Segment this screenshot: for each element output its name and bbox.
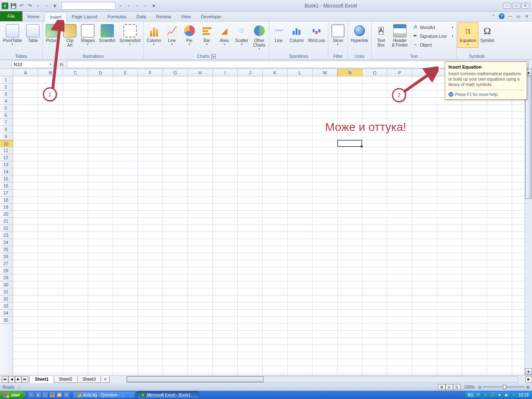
sheet-nav-last[interactable]: ⏭ [22, 376, 28, 383]
shapes-button[interactable]: Shapes [79, 22, 97, 48]
tab-home[interactable]: Home [22, 12, 44, 21]
equation-button[interactable]: πEquation [458, 22, 478, 48]
doc-minimize-icon[interactable]: ─ [507, 13, 513, 19]
row-header[interactable]: 7 [0, 119, 13, 126]
hscroll-thumb[interactable] [127, 377, 264, 382]
tray-icon[interactable]: ◐ [504, 392, 509, 397]
row-header[interactable]: 29 [0, 274, 13, 281]
row-header[interactable]: 28 [0, 267, 13, 274]
column-header[interactable]: N [337, 69, 362, 76]
row-header[interactable]: 25 [0, 246, 13, 253]
qat-item-icon[interactable]: ▫ [43, 2, 50, 9]
sheet-nav-first[interactable]: ⏮ [2, 376, 8, 383]
column-chart-button[interactable]: Column [145, 22, 163, 48]
tray-icon[interactable]: ▫ [511, 392, 516, 397]
qat-item-icon[interactable]: ▫ [35, 2, 42, 9]
minimize-button[interactable]: ─ [503, 3, 511, 9]
row-header[interactable]: 8 [0, 126, 13, 133]
row-header[interactable]: 14 [0, 168, 13, 175]
ql-icon[interactable]: ▫ [42, 392, 48, 398]
textbox-button[interactable]: AText Box [372, 22, 390, 49]
zoom-in-button[interactable]: ⊕ [526, 385, 530, 389]
row-header[interactable]: 15 [0, 175, 13, 182]
tab-review[interactable]: Review [151, 12, 176, 21]
tab-data[interactable]: Data [131, 12, 151, 21]
sparkline-column-button[interactable]: Column [288, 22, 306, 44]
undo-icon[interactable]: ↶ [18, 2, 25, 9]
row-header[interactable]: 22 [0, 225, 13, 232]
row-header[interactable]: 34 [0, 310, 13, 317]
tray-icon[interactable]: 🔊 [490, 392, 495, 397]
smartart-button[interactable]: SmartArt [97, 22, 117, 44]
scatter-chart-button[interactable]: ⁘Scatter [233, 22, 251, 48]
column-header[interactable]: C [63, 69, 88, 76]
column-header[interactable]: K [263, 69, 288, 76]
save-icon[interactable]: 💾 [10, 2, 17, 9]
macro-record-icon[interactable]: ▫ [19, 385, 20, 389]
row-header[interactable]: 17 [0, 190, 13, 197]
zoom-level[interactable]: 100% [464, 385, 475, 389]
column-header[interactable]: A [13, 69, 38, 76]
row-header[interactable]: 3 [0, 91, 13, 98]
sheet-nav-next[interactable]: ▶ [15, 376, 22, 383]
sheet-nav-prev[interactable]: ◀ [8, 376, 15, 383]
zoom-out-button[interactable]: ⊖ [478, 385, 481, 389]
qat-item-icon[interactable]: ▫ [134, 2, 140, 9]
column-header[interactable]: O [362, 69, 387, 76]
wordart-button[interactable]: AWordArt▾ [410, 23, 456, 32]
ql-more-icon[interactable]: » [64, 392, 69, 398]
headerfooter-button[interactable]: Header & Footer [390, 22, 410, 49]
row-header[interactable]: 33 [0, 303, 13, 310]
qat-dropdown-icon[interactable]: ▾ [150, 2, 157, 9]
column-header[interactable]: E [113, 69, 138, 76]
column-header[interactable]: J [238, 69, 263, 76]
row-header[interactable]: 10 [0, 140, 13, 147]
row-header[interactable]: 26 [0, 253, 13, 260]
row-header[interactable]: 12 [0, 154, 13, 161]
pagelayout-view-button[interactable]: ▤ [446, 384, 453, 390]
new-sheet-button[interactable]: ✧ [101, 376, 110, 383]
clock[interactable]: 10:19 [518, 393, 529, 397]
hyperlink-button[interactable]: Hyperlink [349, 22, 370, 44]
normal-view-button[interactable]: ▦ [438, 384, 446, 390]
column-header[interactable]: L [288, 69, 313, 76]
column-header[interactable]: D [88, 69, 113, 76]
qat-item-icon[interactable]: ▫ [142, 2, 149, 9]
sheet-tab-3[interactable]: Sheet3 [77, 376, 101, 383]
qat-combo[interactable] [62, 2, 116, 10]
sheet-tab-1[interactable]: Sheet1 [30, 376, 54, 383]
row-header[interactable]: 30 [0, 281, 13, 288]
other-charts-button[interactable]: Other Charts [251, 22, 268, 52]
sheet-tab-2[interactable]: Sheet2 [54, 376, 78, 383]
column-header[interactable]: I [213, 69, 238, 76]
object-button[interactable]: ▫Object [410, 41, 456, 49]
ql-ie-icon[interactable]: e [35, 392, 41, 398]
row-header[interactable]: 31 [0, 288, 13, 296]
column-header[interactable]: G [163, 69, 188, 76]
sparkline-winloss-button[interactable]: Win/Loss [306, 22, 327, 44]
zoom-slider[interactable] [483, 386, 525, 388]
minimize-ribbon-icon[interactable]: ⌃ [490, 13, 496, 19]
tray-icon[interactable]: ● [497, 392, 502, 397]
tab-formulas[interactable]: Formulas [102, 12, 131, 21]
tray-icon[interactable]: ‹ [483, 392, 488, 397]
row-header[interactable]: 13 [0, 161, 13, 168]
horizontal-scrollbar[interactable] [126, 376, 518, 383]
taskbar-item-excel[interactable]: XMicrosoft Excel - Book1 [137, 391, 199, 399]
start-button[interactable]: start [0, 391, 26, 399]
screenshot-button[interactable]: Screenshot [118, 22, 143, 48]
doc-restore-icon[interactable]: ▭ [515, 13, 521, 19]
row-header[interactable]: 11 [0, 147, 13, 154]
row-header[interactable]: 19 [0, 204, 13, 211]
row-header[interactable]: 9 [0, 133, 13, 140]
language-indicator[interactable]: BG [468, 393, 474, 397]
row-header[interactable]: 1 [0, 76, 13, 84]
name-box[interactable]: N10▾ [12, 61, 53, 68]
select-all-corner[interactable] [0, 69, 13, 76]
column-header[interactable]: F [138, 69, 163, 76]
row-header[interactable]: 35 [0, 317, 13, 324]
column-header[interactable]: M [313, 69, 337, 76]
taskbar-item-browser[interactable]: Aula.bg - Question - ... [73, 391, 135, 399]
tab-view[interactable]: View [176, 12, 196, 21]
ql-icon[interactable]: ▫ [28, 392, 34, 398]
